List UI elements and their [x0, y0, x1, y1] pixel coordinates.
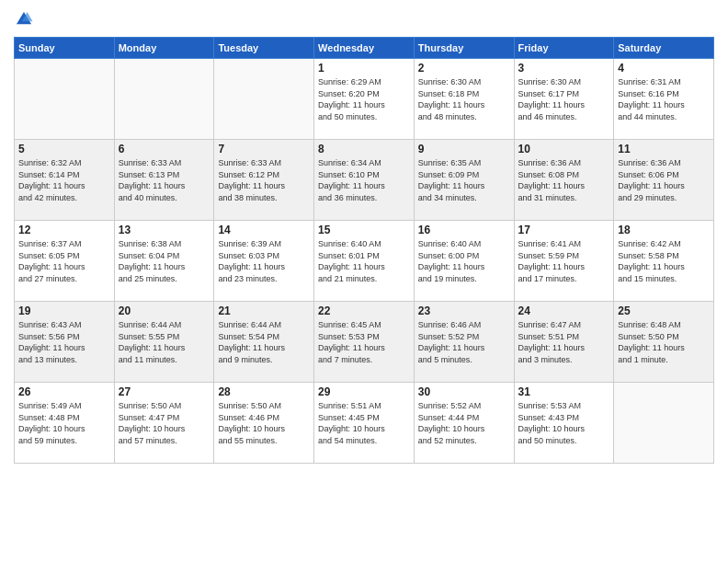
day-number: 12	[18, 224, 110, 236]
calendar-cell: 18Sunrise: 6:42 AM Sunset: 5:58 PM Dayli…	[614, 221, 714, 302]
calendar-cell: 11Sunrise: 6:36 AM Sunset: 6:06 PM Dayli…	[614, 140, 714, 221]
calendar-row: 26Sunrise: 5:49 AM Sunset: 4:48 PM Dayli…	[15, 383, 714, 464]
day-info: Sunrise: 6:36 AM Sunset: 6:06 PM Dayligh…	[618, 157, 710, 203]
day-number: 11	[618, 143, 710, 155]
calendar-cell: 16Sunrise: 6:40 AM Sunset: 6:00 PM Dayli…	[414, 221, 514, 302]
day-info: Sunrise: 6:43 AM Sunset: 5:56 PM Dayligh…	[18, 319, 110, 365]
day-number: 30	[418, 385, 510, 398]
calendar-cell: 15Sunrise: 6:40 AM Sunset: 6:01 PM Dayli…	[314, 221, 415, 302]
day-number: 13	[119, 224, 210, 236]
day-info: Sunrise: 6:37 AM Sunset: 6:05 PM Dayligh…	[18, 238, 110, 284]
calendar-weekday-header: Wednesday	[314, 38, 415, 59]
day-info: Sunrise: 6:34 AM Sunset: 6:10 PM Dayligh…	[318, 157, 410, 203]
calendar-cell: 10Sunrise: 6:36 AM Sunset: 6:08 PM Dayli…	[514, 140, 614, 221]
calendar-weekday-header: Sunday	[15, 38, 115, 59]
day-number: 1	[318, 62, 410, 75]
day-number: 24	[518, 304, 610, 317]
calendar-weekday-header: Friday	[514, 38, 614, 59]
day-info: Sunrise: 6:44 AM Sunset: 5:54 PM Dayligh…	[218, 319, 310, 365]
day-number: 4	[618, 62, 710, 75]
day-number: 6	[119, 143, 210, 155]
calendar-row: 12Sunrise: 6:37 AM Sunset: 6:05 PM Dayli…	[15, 221, 714, 302]
day-info: Sunrise: 6:48 AM Sunset: 5:50 PM Dayligh…	[618, 319, 710, 365]
day-number: 21	[218, 304, 310, 317]
calendar-weekday-header: Saturday	[614, 38, 714, 59]
calendar-cell	[15, 59, 115, 140]
calendar-cell: 3Sunrise: 6:30 AM Sunset: 6:17 PM Daylig…	[514, 59, 614, 140]
day-number: 2	[418, 62, 510, 75]
day-info: Sunrise: 6:30 AM Sunset: 6:17 PM Dayligh…	[518, 76, 610, 122]
header	[14, 9, 714, 29]
day-number: 29	[318, 385, 410, 398]
day-info: Sunrise: 6:40 AM Sunset: 6:01 PM Dayligh…	[318, 238, 410, 284]
calendar-header-row: SundayMondayTuesdayWednesdayThursdayFrid…	[15, 38, 714, 59]
day-number: 19	[18, 304, 110, 317]
day-number: 15	[318, 224, 410, 236]
day-info: Sunrise: 5:53 AM Sunset: 4:43 PM Dayligh…	[518, 400, 610, 446]
calendar-cell: 30Sunrise: 5:52 AM Sunset: 4:44 PM Dayli…	[414, 383, 514, 464]
day-info: Sunrise: 6:40 AM Sunset: 6:00 PM Dayligh…	[418, 238, 510, 284]
day-info: Sunrise: 6:47 AM Sunset: 5:51 PM Dayligh…	[518, 319, 610, 365]
day-info: Sunrise: 6:39 AM Sunset: 6:03 PM Dayligh…	[218, 238, 310, 284]
calendar-cell	[114, 59, 214, 140]
day-number: 18	[618, 224, 710, 236]
calendar-cell: 17Sunrise: 6:41 AM Sunset: 5:59 PM Dayli…	[514, 221, 614, 302]
calendar-cell: 20Sunrise: 6:44 AM Sunset: 5:55 PM Dayli…	[114, 302, 214, 383]
calendar-cell: 24Sunrise: 6:47 AM Sunset: 5:51 PM Dayli…	[514, 302, 614, 383]
calendar-cell: 19Sunrise: 6:43 AM Sunset: 5:56 PM Dayli…	[15, 302, 115, 383]
day-number: 17	[518, 224, 610, 236]
calendar-cell: 31Sunrise: 5:53 AM Sunset: 4:43 PM Dayli…	[514, 383, 614, 464]
calendar-table: SundayMondayTuesdayWednesdayThursdayFrid…	[14, 37, 714, 464]
day-info: Sunrise: 6:33 AM Sunset: 6:13 PM Dayligh…	[119, 157, 210, 203]
day-info: Sunrise: 6:38 AM Sunset: 6:04 PM Dayligh…	[119, 238, 210, 284]
day-number: 31	[518, 385, 610, 398]
day-info: Sunrise: 6:44 AM Sunset: 5:55 PM Dayligh…	[119, 319, 210, 365]
day-info: Sunrise: 5:49 AM Sunset: 4:48 PM Dayligh…	[18, 400, 110, 446]
calendar-cell: 21Sunrise: 6:44 AM Sunset: 5:54 PM Dayli…	[214, 302, 314, 383]
calendar-cell: 5Sunrise: 6:32 AM Sunset: 6:14 PM Daylig…	[15, 140, 115, 221]
calendar-weekday-header: Thursday	[414, 38, 514, 59]
day-number: 5	[18, 143, 110, 155]
day-info: Sunrise: 6:41 AM Sunset: 5:59 PM Dayligh…	[518, 238, 610, 284]
day-info: Sunrise: 5:52 AM Sunset: 4:44 PM Dayligh…	[418, 400, 510, 446]
calendar-cell: 29Sunrise: 5:51 AM Sunset: 4:45 PM Dayli…	[314, 383, 415, 464]
day-info: Sunrise: 6:33 AM Sunset: 6:12 PM Dayligh…	[218, 157, 310, 203]
calendar-cell: 14Sunrise: 6:39 AM Sunset: 6:03 PM Dayli…	[214, 221, 314, 302]
calendar-cell	[614, 383, 714, 464]
calendar-cell: 7Sunrise: 6:33 AM Sunset: 6:12 PM Daylig…	[214, 140, 314, 221]
day-info: Sunrise: 6:29 AM Sunset: 6:20 PM Dayligh…	[318, 76, 410, 122]
day-number: 14	[218, 224, 310, 236]
calendar-row: 1Sunrise: 6:29 AM Sunset: 6:20 PM Daylig…	[15, 59, 714, 140]
calendar-cell	[214, 59, 314, 140]
day-number: 28	[218, 385, 310, 398]
calendar-cell: 23Sunrise: 6:46 AM Sunset: 5:52 PM Dayli…	[414, 302, 514, 383]
calendar-cell: 2Sunrise: 6:30 AM Sunset: 6:18 PM Daylig…	[414, 59, 514, 140]
calendar-cell: 8Sunrise: 6:34 AM Sunset: 6:10 PM Daylig…	[314, 140, 415, 221]
calendar-weekday-header: Monday	[114, 38, 214, 59]
day-number: 10	[518, 143, 610, 155]
day-number: 7	[218, 143, 310, 155]
day-number: 22	[318, 304, 410, 317]
day-info: Sunrise: 6:35 AM Sunset: 6:09 PM Dayligh…	[418, 157, 510, 203]
day-info: Sunrise: 6:31 AM Sunset: 6:16 PM Dayligh…	[618, 76, 710, 122]
day-number: 9	[418, 143, 510, 155]
calendar-cell: 13Sunrise: 6:38 AM Sunset: 6:04 PM Dayli…	[114, 221, 214, 302]
calendar-cell: 4Sunrise: 6:31 AM Sunset: 6:16 PM Daylig…	[614, 59, 714, 140]
calendar-cell: 6Sunrise: 6:33 AM Sunset: 6:13 PM Daylig…	[114, 140, 214, 221]
day-info: Sunrise: 5:50 AM Sunset: 4:47 PM Dayligh…	[119, 400, 210, 446]
calendar-row: 5Sunrise: 6:32 AM Sunset: 6:14 PM Daylig…	[15, 140, 714, 221]
day-info: Sunrise: 6:46 AM Sunset: 5:52 PM Dayligh…	[418, 319, 510, 365]
day-info: Sunrise: 5:50 AM Sunset: 4:46 PM Dayligh…	[218, 400, 310, 446]
day-info: Sunrise: 6:32 AM Sunset: 6:14 PM Dayligh…	[18, 157, 110, 203]
day-number: 25	[618, 304, 710, 317]
calendar-cell: 22Sunrise: 6:45 AM Sunset: 5:53 PM Dayli…	[314, 302, 415, 383]
calendar-cell: 27Sunrise: 5:50 AM Sunset: 4:47 PM Dayli…	[114, 383, 214, 464]
logo-icon	[14, 9, 34, 29]
day-info: Sunrise: 6:30 AM Sunset: 6:18 PM Dayligh…	[418, 76, 510, 122]
calendar-cell: 9Sunrise: 6:35 AM Sunset: 6:09 PM Daylig…	[414, 140, 514, 221]
calendar-cell: 25Sunrise: 6:48 AM Sunset: 5:50 PM Dayli…	[614, 302, 714, 383]
day-info: Sunrise: 6:36 AM Sunset: 6:08 PM Dayligh…	[518, 157, 610, 203]
day-info: Sunrise: 5:51 AM Sunset: 4:45 PM Dayligh…	[318, 400, 410, 446]
calendar-cell: 26Sunrise: 5:49 AM Sunset: 4:48 PM Dayli…	[15, 383, 115, 464]
day-number: 23	[418, 304, 510, 317]
